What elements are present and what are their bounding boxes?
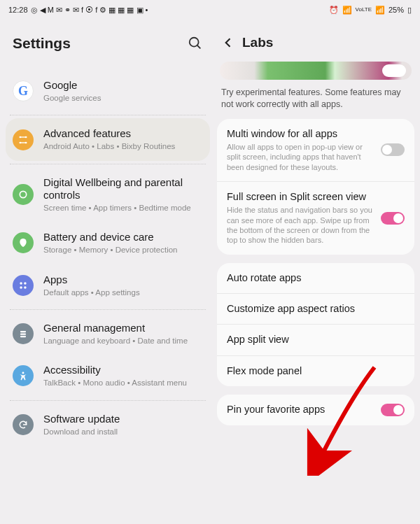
item-title: Digital Wellbeing and parental controls: [43, 176, 203, 201]
svg-point-9: [20, 282, 22, 285]
apps-icon: [18, 281, 28, 290]
labs-card-pin: Pin your favorite apps: [217, 395, 414, 425]
svg-rect-7: [20, 142, 27, 143]
item-title: Advanced features: [43, 127, 203, 140]
item-sub: Default apps • App settings: [43, 288, 203, 297]
wifi-icon: 📶: [342, 6, 352, 15]
labs-description: Try experimental features. Some features…: [217, 87, 414, 119]
svg-rect-14: [20, 333, 26, 334]
item-title: Accessibility: [43, 364, 203, 376]
row-title: Multi window for all apps: [227, 128, 374, 140]
item-title: Google: [43, 79, 203, 92]
item-sub: Google services: [43, 93, 203, 103]
alarm-icon: ⏰: [329, 6, 339, 15]
sidebar-item-accessibility[interactable]: Accessibility TalkBack • Mono audio • As…: [6, 355, 210, 397]
row-multi-window[interactable]: Multi window for all apps Allow all apps…: [217, 119, 414, 181]
signal-icon: 📶: [375, 6, 385, 15]
svg-point-0: [190, 38, 199, 47]
divider: [10, 400, 206, 401]
row-title: Flex mode panel: [227, 365, 405, 377]
item-sub: TalkBack • Mono audio • Assistant menu: [43, 378, 203, 388]
item-sub: Storage • Memory • Device protection: [43, 245, 203, 255]
volte-label: VoLTE: [356, 7, 372, 13]
item-sub: Android Auto • Labs • Bixby Routines: [43, 141, 203, 151]
labs-title: Labs: [242, 35, 273, 50]
statusbar-time: 12:28: [8, 6, 28, 14]
sidebar-item-battery-care[interactable]: Battery and device care Storage • Memory…: [6, 222, 210, 264]
row-title: App split view: [227, 334, 405, 346]
general-icon: [18, 329, 28, 339]
row-flex-mode[interactable]: Flex mode panel: [217, 355, 414, 386]
sidebar-item-digital-wellbeing[interactable]: Digital Wellbeing and parental controls …: [6, 167, 210, 222]
battery-icon: ▯: [407, 6, 412, 15]
advanced-icon: [18, 134, 29, 146]
update-icon: [18, 420, 28, 430]
sidebar-item-software-update[interactable]: Software update Download and install: [6, 404, 210, 446]
settings-pane: Settings G Google Google services: [0, 20, 214, 524]
battery-care-icon: [18, 237, 29, 248]
battery-text: 25%: [388, 6, 404, 14]
row-sub: Allow all apps to open in pop-up view or…: [227, 142, 374, 172]
svg-point-12: [24, 286, 27, 289]
labs-card-toggles: Multi window for all apps Allow all apps…: [217, 119, 414, 255]
notif-icons: ◎ ◀ M ✉ ⚭ ✉ f ⦿ f ⚙ ▦ ▦ ▦ ▣ •: [31, 6, 148, 15]
item-sub: Download and install: [43, 427, 203, 437]
search-icon[interactable]: [188, 36, 203, 51]
svg-point-8: [20, 191, 26, 197]
item-title: Software update: [43, 413, 203, 425]
svg-point-10: [24, 282, 27, 285]
svg-point-16: [22, 372, 24, 374]
labs-pane: Labs Try experimental features. Some fea…: [214, 20, 420, 524]
divider: [10, 309, 206, 310]
row-fullscreen-split[interactable]: Full screen in Split screen view Hide th…: [217, 181, 414, 255]
row-pin-favorite-apps[interactable]: Pin your favorite apps: [217, 395, 414, 425]
item-sub: Language and keyboard • Date and time: [43, 336, 203, 346]
wellbeing-icon: [18, 189, 29, 200]
row-title: Pin your favorite apps: [227, 404, 374, 416]
sidebar-item-google[interactable]: G Google Google services: [6, 70, 210, 112]
toggle-pin-favorite-apps[interactable]: [381, 404, 405, 416]
sidebar-item-apps[interactable]: Apps Default apps • App settings: [6, 264, 210, 306]
row-app-split-view[interactable]: App split view: [217, 324, 414, 355]
settings-title: Settings: [13, 35, 71, 52]
accessibility-icon: [18, 371, 28, 381]
row-title: Full screen in Split screen view: [227, 191, 374, 203]
svg-line-1: [197, 45, 201, 49]
google-icon: G: [18, 84, 28, 99]
row-title: Customize app aspect ratios: [227, 303, 405, 315]
svg-point-11: [20, 286, 22, 289]
row-auto-rotate[interactable]: Auto rotate apps: [217, 263, 414, 293]
svg-rect-13: [20, 331, 26, 332]
sidebar-item-advanced-features[interactable]: Advanced features Android Auto • Labs • …: [6, 118, 210, 160]
item-title: Apps: [43, 274, 203, 286]
row-aspect-ratios[interactable]: Customize app aspect ratios: [217, 293, 414, 324]
back-icon[interactable]: [221, 36, 235, 50]
status-bar: 12:28 ◎ ◀ M ✉ ⚭ ✉ f ⦿ f ⚙ ▦ ▦ ▦ ▣ • ⏰ 📶 …: [0, 0, 420, 20]
item-title: Battery and device care: [43, 231, 203, 243]
svg-rect-4: [20, 136, 27, 137]
row-title: Auto rotate apps: [227, 272, 405, 284]
labs-hero-image: [220, 62, 412, 80]
sidebar-item-general-management[interactable]: General management Language and keyboard…: [6, 313, 210, 355]
divider: [10, 115, 206, 115]
item-sub: Screen time • App timers • Bedtime mode: [43, 203, 203, 213]
toggle-fullscreen-split[interactable]: [381, 212, 405, 225]
toggle-multi-window[interactable]: [381, 143, 405, 156]
item-title: General management: [43, 322, 203, 334]
row-sub: Hide the status and navigation bars so y…: [227, 205, 374, 245]
svg-rect-15: [20, 336, 26, 337]
labs-card-links: Auto rotate apps Customize app aspect ra…: [217, 263, 414, 387]
divider: [10, 164, 206, 164]
